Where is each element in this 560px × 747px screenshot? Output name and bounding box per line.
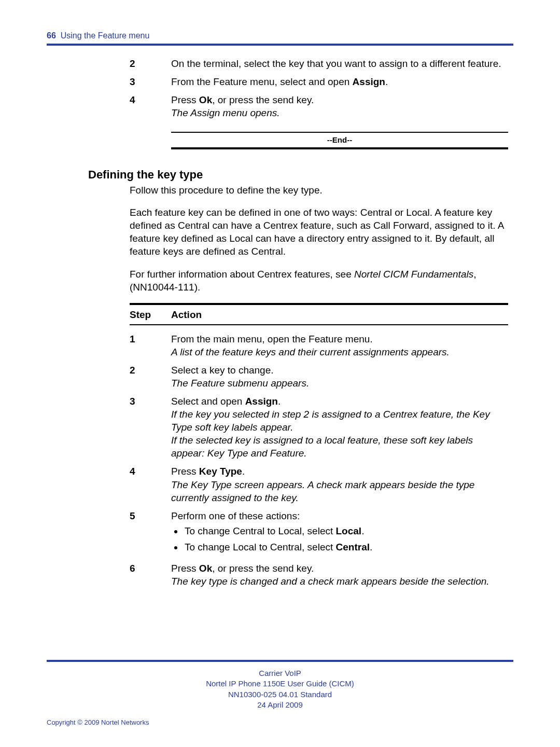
text: Select and open — [171, 396, 245, 407]
bold-text: Ok — [199, 563, 212, 574]
step-number: 4 — [130, 93, 171, 119]
page-number: 66 — [47, 31, 56, 40]
italic-text: Nortel CICM Fundamentals — [354, 269, 473, 280]
italic-text: The Feature submenu appears. — [171, 378, 309, 389]
text: , or press the send key. — [212, 94, 314, 105]
step-number: 1 — [130, 333, 171, 358]
step-body: Select and open Assign. If the key you s… — [171, 395, 508, 460]
paragraph: For further information about Centrex fe… — [130, 268, 508, 294]
step-number: 6 — [130, 562, 171, 588]
step-table-header: Step Action — [130, 303, 508, 325]
text: To change Local to Central, select — [185, 542, 336, 552]
top-step-3: 3 From the Feature menu, select and open… — [130, 75, 508, 88]
step-number: 3 — [130, 395, 171, 460]
step-body: Press Ok, or press the send key. The Ass… — [171, 93, 508, 119]
footer-line: Nortel IP Phone 1150E User Guide (CICM) — [206, 679, 354, 688]
step-body: Select a key to change. The Feature subm… — [171, 364, 508, 390]
end-label: --End-- — [171, 133, 508, 147]
table-row: 3 Select and open Assign. If the key you… — [130, 395, 508, 460]
footer-line: NN10300-025 04.01 Standard — [228, 690, 332, 699]
bold-text: Assign — [245, 396, 278, 407]
text: . — [385, 76, 388, 87]
text: From the main menu, open the Feature men… — [171, 334, 373, 344]
text: . — [370, 542, 372, 552]
text: Select a key to change. — [171, 365, 274, 376]
top-step-4: 4 Press Ok, or press the send key. The A… — [130, 93, 508, 119]
list-item: To change Local to Central, select Centr… — [184, 541, 508, 554]
italic-text: The Key Type screen appears. A check mar… — [171, 479, 474, 503]
italic-text: The Assign menu opens. — [171, 107, 279, 118]
bold-text: Central — [336, 542, 370, 552]
header-rule — [47, 44, 513, 46]
table-row: 2 Select a key to change. The Feature su… — [130, 364, 508, 390]
step-number: 2 — [130, 57, 171, 70]
bullet-list: To change Central to Local, select Local… — [171, 524, 508, 554]
step-body: From the Feature menu, select and open A… — [171, 75, 508, 88]
text: . — [242, 466, 245, 477]
italic-text: The key type is changed and a check mark… — [171, 576, 489, 587]
col-header-step: Step — [130, 308, 171, 321]
footer-text: Carrier VoIP Nortel IP Phone 1150E User … — [47, 668, 513, 710]
page-footer: Carrier VoIP Nortel IP Phone 1150E User … — [47, 639, 513, 726]
paragraph: Follow this procedure to define the key … — [130, 184, 508, 197]
text: Perform one of these actions: — [171, 510, 300, 521]
step-body: Perform one of these actions: To change … — [171, 509, 508, 557]
copyright: Copyright © 2009 Nortel Networks — [47, 718, 513, 726]
top-step-2: 2 On the terminal, select the key that y… — [130, 57, 508, 70]
section-title: Using the Feature menu — [61, 31, 150, 40]
footer-rule — [47, 660, 513, 662]
italic-text: If the selected key is assigned to a loc… — [171, 435, 473, 459]
table-row: 5 Perform one of these actions: To chang… — [130, 509, 508, 557]
list-item: To change Central to Local, select Local… — [184, 524, 508, 537]
footer-line: Carrier VoIP — [259, 669, 301, 677]
step-number: 4 — [130, 465, 171, 504]
text: Press — [171, 94, 199, 105]
text: From the Feature menu, select and open — [171, 76, 353, 87]
section-heading: Defining the key type — [88, 168, 513, 182]
table-row: 6 Press Ok, or press the send key. The k… — [130, 562, 508, 588]
footer-line: 24 April 2009 — [257, 700, 303, 709]
bold-text: Assign — [353, 76, 385, 87]
bold-text: Ok — [199, 94, 212, 105]
step-number: 2 — [130, 364, 171, 390]
page-header: 66 Using the Feature menu — [47, 31, 513, 44]
text: Press — [171, 563, 199, 574]
bold-text: Local — [336, 525, 362, 536]
step-body: On the terminal, select the key that you… — [171, 57, 508, 70]
divider — [171, 147, 508, 149]
table-row: 4 Press Key Type. The Key Type screen ap… — [130, 465, 508, 504]
step-number: 3 — [130, 75, 171, 88]
text: . — [278, 396, 281, 407]
italic-text: A list of the feature keys and their cur… — [171, 347, 450, 357]
text: For further information about Centrex fe… — [130, 269, 354, 280]
table-row: 1 From the main menu, open the Feature m… — [130, 333, 508, 358]
text: , or press the send key. — [212, 563, 314, 574]
text: To change Central to Local, select — [185, 525, 336, 536]
step-body: From the main menu, open the Feature men… — [171, 333, 508, 358]
step-number: 5 — [130, 509, 171, 557]
bold-text: Key Type — [199, 466, 242, 477]
text: . — [361, 525, 364, 536]
text: Press — [171, 466, 199, 477]
step-body: Press Ok, or press the send key. The key… — [171, 562, 508, 588]
col-header-action: Action — [171, 308, 202, 321]
italic-text: If the key you selected in step 2 is ass… — [171, 409, 490, 433]
step-body: Press Key Type. The Key Type screen appe… — [171, 465, 508, 504]
paragraph: Each feature key can be defined in one o… — [130, 206, 508, 258]
